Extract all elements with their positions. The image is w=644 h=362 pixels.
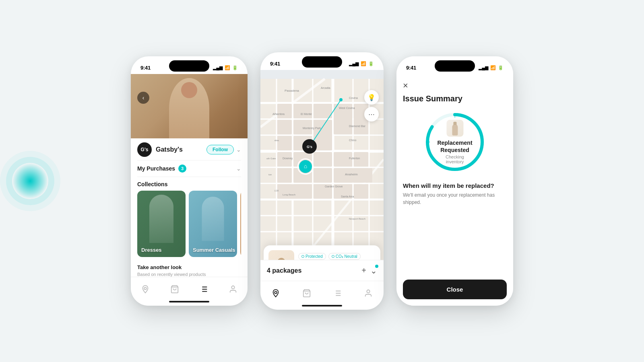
svg-text:El Monte: El Monte [301,113,312,115]
collection-summer-casuals[interactable]: Summer Casuals [189,191,237,257]
issue-summary-title: Issue Summary [403,94,507,103]
purchases-row[interactable]: My Purchases 3 ⌄ [137,160,241,177]
packages-notification-dot [375,265,378,268]
back-button[interactable]: ‹ [137,92,149,104]
svg-rect-46 [277,184,312,199]
map-area[interactable]: Pasadena Arcadia Covina West Covina Alha… [260,70,384,281]
bottom-nav-2 [260,281,384,310]
phone-2: 9:41 ▂▄▆ 📶 🔋 [260,52,384,310]
wifi-icon-3: 📶 [490,65,496,70]
nav-indicator-1 [169,301,209,302]
replacement-answer: We'll email you once your replacement ha… [403,191,507,206]
phone1-content: G's Gatsby's Follow ⌄ My Purchases 3 ⌄ C… [131,138,248,277]
take-another-look-label: Take another look [137,260,241,272]
brand-name: Gatsby's [156,146,183,153]
packages-count: 4 packages [267,267,301,274]
svg-rect-29 [314,104,332,118]
status-bar-1: 9:41 ▂▄▆ 📶 🔋 [131,56,248,74]
svg-text:Diamond Bar: Diamond Bar [349,125,366,128]
nav-profile-2[interactable] [364,289,373,298]
map-header-buttons: 💡 ⋯ [364,90,379,121]
purchases-chevron-icon[interactable]: ⌄ [236,165,241,172]
status-icons-2: ▂▄▆ 📶 🔋 [349,61,374,66]
battery-icon-3: 🔋 [498,65,504,70]
hero-figure [169,78,209,138]
nav-location-1[interactable] [141,285,150,294]
progress-circle-inner: ReplacementRequested Checking inventory [437,120,472,164]
time-1: 9:41 [140,65,151,71]
wifi-icon: 📶 [225,65,230,70]
progress-substatus: Checking inventory [437,154,472,164]
battery-icon: 🔋 [232,65,238,70]
follow-button[interactable]: Follow [206,145,234,154]
nav-list-1[interactable] [199,285,208,294]
svg-text:eles: eles [275,139,279,142]
phone-1: 9:41 ▂▄▆ 📶 🔋 ‹ G's Gatsby's Follow [131,56,248,306]
co2-label: CO₂ Neutral [336,254,357,259]
time-2: 9:41 [270,61,280,67]
collection-summer-casuals-label: Summer Casuals [193,247,235,253]
protected-dot [301,255,304,258]
svg-text:Arcadia: Arcadia [321,86,330,89]
signal-icon: ▂▄▆ [213,65,223,70]
nav-profile-1[interactable] [229,285,237,294]
nav-location-2[interactable] [271,289,280,298]
collection-dresses-label: Dresses [141,247,162,253]
svg-text:Garden Grove: Garden Grove [325,185,343,188]
brand-chevron-icon[interactable]: ⌄ [236,146,241,153]
close-button[interactable]: Close [403,280,507,299]
svg-rect-27 [277,104,292,118]
nav-list-2[interactable] [333,289,342,298]
svg-rect-35 [277,136,292,150]
bottom-nav-1 [131,277,248,306]
time-3: 9:41 [406,65,416,71]
phones-container: 9:41 ▂▄▆ 📶 🔋 ‹ G's Gatsby's Follow [131,52,513,310]
svg-text:Fullerton: Fullerton [349,157,360,160]
svg-text:Newport Beach: Newport Beach [349,218,365,220]
take-another-look-subtitle: Based on recently viewed products [137,272,241,277]
nav-bag-1[interactable] [170,285,179,294]
status-bar-3: 9:41 ▂▄▆ 📶 🔋 [396,56,513,74]
bg-circle-left [12,163,48,199]
co2-badge: CO₂ Neutral [328,253,361,260]
svg-point-85 [367,290,369,292]
status-icons-3: ▂▄▆ 📶 🔋 [479,65,504,70]
purchases-left: My Purchases 3 [137,165,186,173]
packages-plus-button[interactable]: + [361,266,366,275]
collection-dresses[interactable]: Dresses [137,191,186,257]
packages-bar[interactable]: 4 packages + ⌄ [260,260,384,281]
nav-indicator-2 [302,305,342,306]
package-badges: Protected CO₂ Neutral [298,253,376,260]
collections-label: Collections [137,177,241,191]
purchases-label: My Purchases [137,165,175,172]
brand-left: G's Gatsby's [137,142,183,157]
svg-rect-44 [314,168,332,183]
battery-icon-2: 🔋 [368,61,374,66]
close-x-button[interactable]: × [403,80,507,91]
collection-extra[interactable] [240,191,241,257]
product-thumbnail [446,120,463,137]
svg-text:ton: ton [268,173,272,176]
phone-3: 9:41 ▂▄▆ 📶 🔋 × Issue Summary [396,56,513,306]
protected-badge: Protected [298,253,326,260]
progress-circle: ReplacementRequested Checking inventory [423,110,487,174]
brand-avatar: G's [137,142,152,157]
svg-text:Pasadena: Pasadena [285,89,299,93]
progress-status-main: ReplacementRequested [437,139,472,154]
svg-rect-28 [293,104,312,118]
svg-point-8 [231,286,234,288]
svg-text:West Covina: West Covina [339,107,355,109]
signal-icon-2: ▂▄▆ [349,61,359,66]
dynamic-island-1 [169,60,209,72]
collections-row: Dresses Summer Casuals [137,191,241,257]
svg-text:uth Gate: uth Gate [266,157,276,160]
svg-text:Downey: Downey [283,157,293,160]
map-more-button[interactable]: ⋯ [364,107,379,121]
replacement-question: When will my item be replaced? [403,182,507,189]
brand-row: G's Gatsby's Follow ⌄ [137,138,241,160]
packages-actions: + ⌄ [361,266,377,276]
nav-bag-2[interactable] [302,289,311,298]
map-lightbulb-button[interactable]: 💡 [364,90,379,105]
svg-text:Alhambra: Alhambra [272,113,285,115]
svg-text:Covina: Covina [349,97,358,99]
